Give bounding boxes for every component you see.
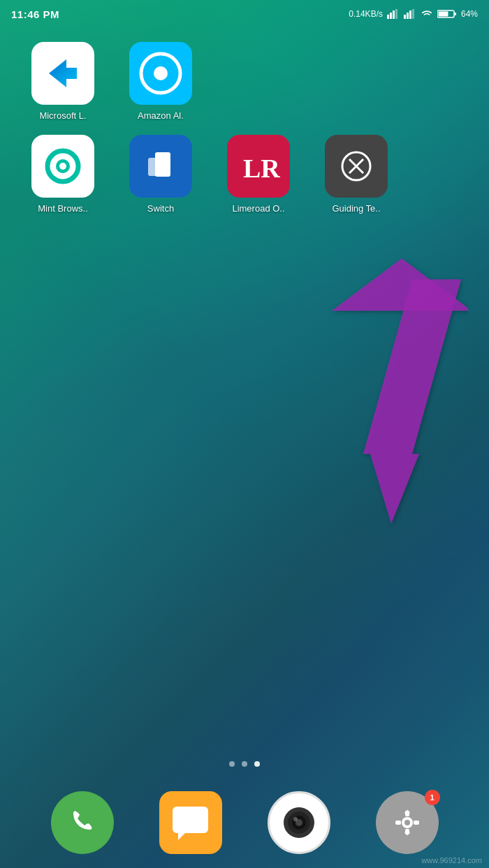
switch-app-icon bbox=[129, 135, 192, 198]
page-dot-2 bbox=[242, 761, 247, 767]
status-time: 11:46 PM bbox=[11, 8, 59, 20]
svg-point-16 bbox=[59, 163, 66, 170]
svg-rect-24 bbox=[173, 807, 208, 833]
svg-rect-0 bbox=[387, 15, 389, 19]
settings-badge: 1 bbox=[425, 790, 440, 805]
app-microsoft-launcher[interactable]: Microsoft L. bbox=[21, 42, 105, 121]
svg-rect-36 bbox=[414, 821, 419, 825]
limeroad-label: Limeroad O.. bbox=[217, 203, 300, 214]
svg-rect-18 bbox=[148, 158, 159, 176]
switch-label: Switch bbox=[119, 203, 203, 214]
status-bar: 11:46 PM 0.14KB/s 64% bbox=[0, 0, 489, 28]
dock-phone[interactable] bbox=[51, 791, 114, 854]
camera-icon bbox=[282, 805, 316, 840]
app-mint-browser[interactable]: Mint Brows.. bbox=[21, 135, 105, 214]
app-row-2: Mint Brows.. Switch LR Limeroad O.. bbox=[21, 135, 468, 214]
svg-rect-35 bbox=[395, 821, 401, 825]
svg-rect-10 bbox=[438, 12, 448, 17]
limeroad-icon: LR bbox=[227, 135, 290, 198]
svg-rect-3 bbox=[395, 9, 397, 19]
amazon-alexa-icon bbox=[129, 42, 192, 105]
guiding-tech-icon bbox=[325, 135, 388, 198]
svg-rect-7 bbox=[412, 9, 414, 19]
dock-messages[interactable] bbox=[159, 791, 222, 854]
svg-marker-11 bbox=[49, 59, 77, 87]
signal2-icon bbox=[404, 9, 416, 19]
amazon-alexa-label: Amazon Al. bbox=[119, 110, 203, 121]
battery-icon bbox=[437, 9, 457, 19]
app-limeroad[interactable]: LR Limeroad O.. bbox=[217, 135, 300, 214]
microsoft-launcher-label: Microsoft L. bbox=[21, 110, 105, 121]
signal1-icon bbox=[387, 9, 400, 19]
svg-rect-2 bbox=[393, 10, 395, 19]
svg-point-13 bbox=[154, 66, 168, 80]
messages-icon bbox=[171, 805, 210, 840]
battery-percent: 64% bbox=[461, 9, 478, 19]
status-speed: 0.14KB/s bbox=[349, 9, 383, 19]
app-grid: Microsoft L. Amazon Al. Mint Brows.. bbox=[0, 42, 489, 228]
app-switch[interactable]: Switch bbox=[119, 135, 203, 214]
page-dot-3 bbox=[254, 761, 260, 767]
purple-arrow bbox=[314, 258, 468, 531]
svg-rect-1 bbox=[390, 13, 392, 19]
svg-marker-25 bbox=[178, 833, 185, 840]
svg-point-32 bbox=[404, 820, 410, 825]
svg-text:LR: LR bbox=[243, 154, 280, 183]
guiding-tech-label: Guiding Te.. bbox=[314, 203, 398, 214]
status-icons: 0.14KB/s 64% bbox=[349, 9, 478, 19]
phone-icon bbox=[66, 807, 98, 839]
dock-settings[interactable]: 1 bbox=[376, 791, 439, 854]
microsoft-launcher-icon bbox=[31, 42, 94, 105]
app-guiding-tech[interactable]: Guiding Te.. bbox=[314, 135, 398, 214]
watermark: www.969214.com bbox=[421, 856, 482, 865]
page-dot-1 bbox=[229, 761, 235, 767]
svg-rect-6 bbox=[409, 10, 411, 19]
dock: 1 bbox=[0, 791, 489, 854]
app-amazon-alexa[interactable]: Amazon Al. bbox=[119, 42, 203, 121]
svg-rect-9 bbox=[454, 13, 456, 15]
svg-rect-4 bbox=[404, 15, 406, 19]
svg-point-30 bbox=[293, 817, 298, 821]
svg-rect-5 bbox=[407, 13, 409, 19]
wifi-icon bbox=[421, 9, 433, 19]
page-dots bbox=[0, 761, 489, 767]
mint-browser-icon bbox=[31, 135, 94, 198]
mint-browser-label: Mint Brows.. bbox=[21, 203, 105, 214]
dock-camera[interactable] bbox=[268, 791, 330, 854]
settings-icon bbox=[390, 805, 425, 840]
app-row-1: Microsoft L. Amazon Al. bbox=[21, 42, 468, 121]
